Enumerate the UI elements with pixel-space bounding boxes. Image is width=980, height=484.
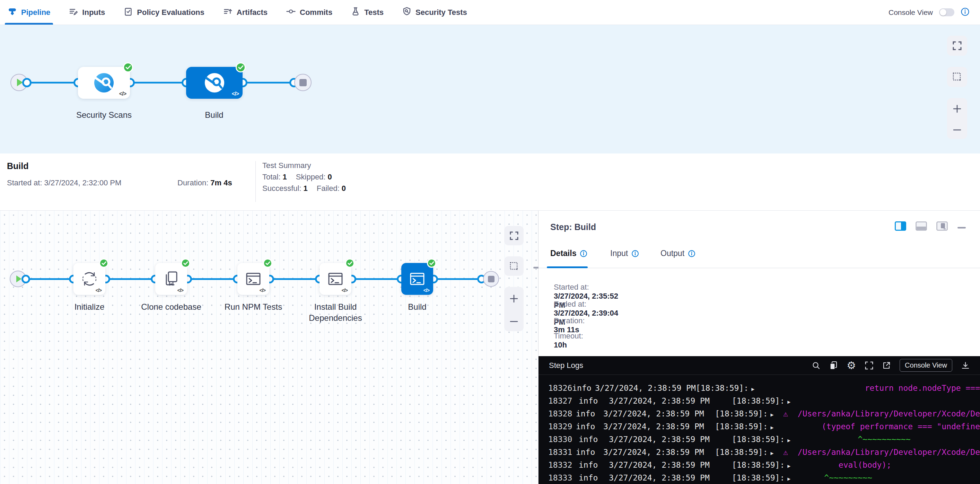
step-label: Run NPM Tests <box>219 302 288 313</box>
stage-node-security-scans[interactable]: </> <box>78 67 130 99</box>
step-node-install-build-dependencies[interactable]: </> <box>320 263 352 295</box>
step-node-initialize[interactable]: </> <box>73 263 105 295</box>
log-line: 18330info3/27/2024, 2:38:59 PM[18:38:59]… <box>539 433 980 446</box>
summary-title: Build <box>7 161 29 171</box>
log-line: 18328info3/27/2024, 2:38:59 PM[18:38:59]… <box>539 408 980 420</box>
warning-icon: ⚠ <box>774 446 788 459</box>
log-message: (typeof performance === "undefine <box>774 420 980 433</box>
info-icon[interactable] <box>632 250 639 257</box>
step-node-run-npm-tests[interactable]: </> <box>237 263 269 295</box>
expand-arrow-icon[interactable]: ▶ <box>788 434 791 447</box>
yaml-code-icon: </> <box>259 287 266 293</box>
marquee-select-button[interactable] <box>947 67 967 87</box>
tab-label: Policy Evaluations <box>137 8 204 17</box>
initialize-icon <box>80 270 99 288</box>
expand-arrow-icon[interactable]: ▶ <box>788 473 791 484</box>
stop-icon <box>299 79 307 86</box>
success-badge <box>123 62 133 72</box>
zoom-out-button[interactable] <box>509 318 519 325</box>
search-logs-icon[interactable] <box>812 361 820 370</box>
tab-artifacts[interactable]: Artifacts <box>223 0 267 25</box>
tab-security-tests[interactable]: Security Tests <box>402 0 467 25</box>
info-icon[interactable] <box>688 250 695 257</box>
log-settings-icon[interactable]: ⚙ <box>846 360 856 371</box>
zoom-out-button[interactable] <box>952 127 962 133</box>
layout-split-bottom-button[interactable] <box>916 221 927 232</box>
layout-split-right-button[interactable] <box>895 221 906 232</box>
terminal-icon <box>244 270 262 288</box>
tab-pipeline[interactable]: Pipeline <box>8 0 50 25</box>
log-time: [18:38:59]: <box>696 382 749 395</box>
terminal-icon <box>408 270 426 288</box>
step-graph-canvas[interactable]: </> Initialize </> Clone codebase <box>0 211 538 484</box>
log-line: 18332info3/27/2024, 2:38:59 PM[18:38:59]… <box>539 459 980 471</box>
active-tab-underline <box>5 23 53 25</box>
build-summary: Build Started at: 3/27/2024, 2:32:00 PM … <box>0 154 980 211</box>
console-view-toggle[interactable] <box>939 8 955 16</box>
connector-line <box>21 82 300 84</box>
log-line: 18331info3/27/2024, 2:38:59 PM[18:38:59]… <box>539 446 980 459</box>
tab-label: Output <box>660 249 684 258</box>
expand-arrow-icon[interactable]: ▶ <box>771 421 774 434</box>
marquee-select-button[interactable] <box>504 256 523 276</box>
tab-tests[interactable]: Tests <box>351 0 383 25</box>
log-line: 18326info3/27/2024, 2:38:59 PM[18:38:59]… <box>539 382 980 395</box>
inputs-icon <box>69 7 78 18</box>
artifacts-icon <box>223 7 232 18</box>
tab-output[interactable]: Output <box>660 249 695 258</box>
stage-node-build[interactable]: </> <box>186 67 243 99</box>
info-icon[interactable] <box>580 250 587 257</box>
fullscreen-canvas-button[interactable] <box>947 36 967 56</box>
top-nav: Pipeline Inputs Policy Evaluations Art <box>0 0 980 25</box>
info-icon[interactable] <box>961 7 970 17</box>
toggle-knob <box>940 9 947 16</box>
step-label: Build <box>383 302 452 313</box>
open-in-new-icon[interactable] <box>882 361 891 370</box>
stage-graph-canvas[interactable]: </> Security Scans </> Build <box>0 25 980 154</box>
log-level: info <box>576 446 603 459</box>
failed-value: 0 <box>342 184 346 193</box>
stage-label: Security Scans <box>69 109 138 121</box>
step-node-build[interactable]: </> <box>401 263 433 295</box>
expand-arrow-icon[interactable]: ▶ <box>771 408 774 421</box>
expand-arrow-icon[interactable]: ▶ <box>788 396 791 408</box>
console-view-button[interactable]: Console View <box>900 359 952 372</box>
expand-arrow-icon[interactable]: ▶ <box>788 460 791 473</box>
end-node <box>294 74 312 91</box>
download-logs-icon[interactable] <box>961 361 970 370</box>
log-line-number: 18327 <box>548 395 579 408</box>
expand-arrow-icon[interactable]: ▶ <box>751 383 754 396</box>
step-node-clone-codebase[interactable]: </> <box>155 263 187 295</box>
step-panel-tabs: Details Input Output <box>539 245 980 268</box>
log-time: [18:38:59]: <box>732 471 784 484</box>
tab-policy-evaluations[interactable]: Policy Evaluations <box>124 0 204 25</box>
step-logs-output[interactable]: 18326info3/27/2024, 2:38:59 PM[18:38:59]… <box>539 375 980 484</box>
failed-label: Failed: <box>317 184 340 193</box>
zoom-in-button[interactable] <box>509 294 519 305</box>
field-value: 10h <box>554 341 567 349</box>
log-line-number: 18333 <box>548 471 579 484</box>
test-summary-title: Test Summary <box>262 160 346 171</box>
yaml-code-icon: </> <box>95 287 102 293</box>
log-message: ^~~~~~~~~~ <box>791 471 872 484</box>
layout-right-drawer-button[interactable] <box>936 221 948 232</box>
tab-details[interactable]: Details <box>550 249 587 258</box>
copy-logs-icon[interactable] <box>829 361 838 370</box>
panel-layout-controls <box>895 221 966 232</box>
tab-inputs[interactable]: Inputs <box>69 0 105 25</box>
tab-label: Pipeline <box>21 8 50 17</box>
summary-duration: Duration:7m 4s <box>177 178 232 187</box>
port <box>22 78 32 87</box>
play-icon <box>17 79 23 86</box>
fullscreen-canvas-button[interactable] <box>504 226 523 245</box>
expand-arrow-icon[interactable]: ▶ <box>771 447 774 460</box>
log-timestamp: 3/27/2024, 2:38:59 PM <box>609 395 732 408</box>
tab-input[interactable]: Input <box>610 249 639 258</box>
expand-logs-icon[interactable] <box>865 361 873 370</box>
collapse-panel-button[interactable] <box>957 224 966 230</box>
log-level: info <box>579 395 609 408</box>
step-logs-bar: Step Logs ⚙ Console View <box>539 356 980 375</box>
tab-commits[interactable]: Commits <box>286 0 332 25</box>
tab-label: Artifacts <box>237 8 267 17</box>
zoom-in-button[interactable] <box>952 104 962 115</box>
